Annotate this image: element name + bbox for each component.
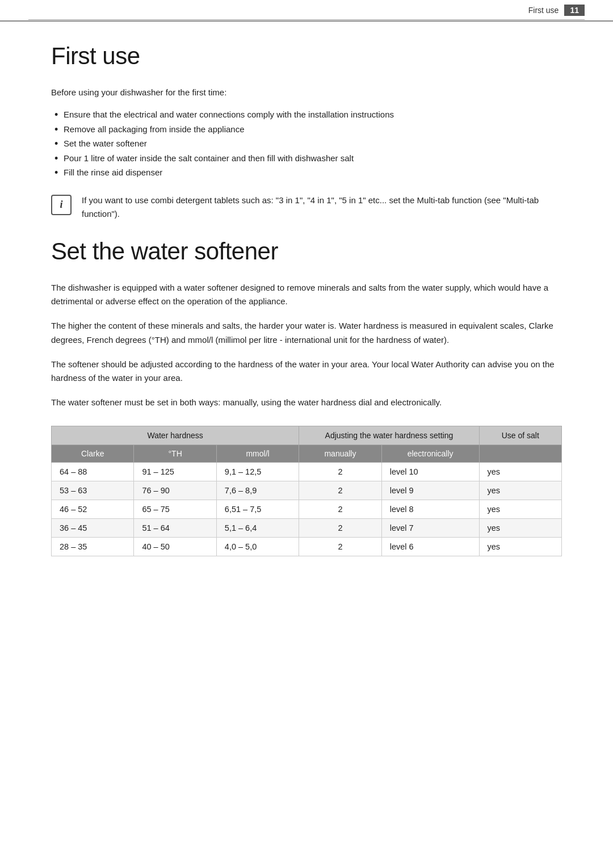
cell-mmol: 9,1 – 12,5	[216, 462, 299, 481]
first-use-title: First use	[51, 43, 562, 70]
use-of-salt-group-header: Use of salt	[479, 426, 561, 445]
cell-clarke: 46 – 52	[52, 500, 134, 518]
cell-manually: 2	[299, 500, 381, 518]
list-item: Pour 1 litre of water inside the salt co…	[51, 151, 562, 166]
cell-th: 76 – 90	[134, 481, 216, 500]
cell-electronically: level 8	[381, 500, 479, 518]
table-row: 28 – 35 40 – 50 4,0 – 5,0 2 level 6 yes	[52, 537, 562, 556]
list-item: Set the water softener	[51, 136, 562, 151]
col-header-manually: manually	[299, 445, 381, 462]
cell-electronically: level 6	[381, 537, 479, 556]
info-box: i If you want to use combi detergent tab…	[51, 194, 562, 221]
cell-clarke: 64 – 88	[52, 462, 134, 481]
table-sub-header-row: Clarke °TH mmol/l manually electronicall…	[52, 445, 562, 462]
header-section-label: First use	[528, 6, 559, 15]
table-row: 36 – 45 51 – 64 5,1 – 6,4 2 level 7 yes	[52, 518, 562, 537]
cell-th: 91 – 125	[134, 462, 216, 481]
info-box-text: If you want to use combi detergent table…	[82, 194, 562, 221]
page: First use 11 First use Before using your…	[0, 0, 613, 868]
cell-salt: yes	[479, 481, 561, 500]
table-group-header-row: Water hardness Adjusting the water hardn…	[52, 426, 562, 445]
cell-manually: 2	[299, 462, 381, 481]
table-row: 64 – 88 91 – 125 9,1 – 12,5 2 level 10 y…	[52, 462, 562, 481]
table-row: 53 – 63 76 – 90 7,6 – 8,9 2 level 9 yes	[52, 481, 562, 500]
first-use-section: First use Before using your dishwasher f…	[51, 43, 562, 221]
bullet-list: Ensure that the electrical and water con…	[51, 107, 562, 180]
list-item: Remove all packaging from inside the app…	[51, 122, 562, 137]
cell-clarke: 53 – 63	[52, 481, 134, 500]
water-softener-title: Set the water softener	[51, 238, 562, 265]
page-number: 11	[564, 5, 585, 16]
header-text: First use 11	[528, 5, 585, 16]
col-header-th: °TH	[134, 445, 216, 462]
col-header-salt	[479, 445, 561, 462]
water-softener-section: Set the water softener The dishwasher is…	[51, 238, 562, 556]
paragraph-2: The higher the content of these minerals…	[51, 319, 562, 347]
table-row: 46 – 52 65 – 75 6,51 – 7,5 2 level 8 yes	[52, 500, 562, 518]
water-hardness-table-wrapper: Water hardness Adjusting the water hardn…	[51, 426, 562, 556]
paragraph-1: The dishwasher is equipped with a water …	[51, 281, 562, 309]
cell-mmol: 5,1 – 6,4	[216, 518, 299, 537]
cell-mmol: 6,51 – 7,5	[216, 500, 299, 518]
cell-salt: yes	[479, 500, 561, 518]
page-header: First use 11	[0, 0, 613, 19]
top-divider	[0, 20, 613, 22]
cell-manually: 2	[299, 537, 381, 556]
cell-manually: 2	[299, 518, 381, 537]
cell-th: 40 – 50	[134, 537, 216, 556]
cell-salt: yes	[479, 518, 561, 537]
paragraph-4: The water softener must be set in both w…	[51, 396, 562, 410]
cell-electronically: level 9	[381, 481, 479, 500]
cell-electronically: level 10	[381, 462, 479, 481]
cell-th: 65 – 75	[134, 500, 216, 518]
paragraph-3: The softener should be adjusted accordin…	[51, 358, 562, 386]
cell-th: 51 – 64	[134, 518, 216, 537]
water-hardness-table: Water hardness Adjusting the water hardn…	[51, 426, 562, 556]
cell-mmol: 4,0 – 5,0	[216, 537, 299, 556]
col-header-mmol: mmol/l	[216, 445, 299, 462]
table-body: 64 – 88 91 – 125 9,1 – 12,5 2 level 10 y…	[52, 462, 562, 556]
intro-text: Before using your dishwasher for the fir…	[51, 86, 562, 99]
cell-clarke: 28 – 35	[52, 537, 134, 556]
col-header-clarke: Clarke	[52, 445, 134, 462]
cell-electronically: level 7	[381, 518, 479, 537]
cell-salt: yes	[479, 537, 561, 556]
col-header-electronically: electronically	[381, 445, 479, 462]
info-icon: i	[51, 195, 72, 215]
list-item: Ensure that the electrical and water con…	[51, 107, 562, 122]
main-content: First use Before using your dishwasher f…	[0, 20, 613, 590]
list-item: Fill the rinse aid dispenser	[51, 165, 562, 180]
cell-salt: yes	[479, 462, 561, 481]
adjusting-group-header: Adjusting the water hardness setting	[299, 426, 479, 445]
water-hardness-group-header: Water hardness	[52, 426, 299, 445]
cell-clarke: 36 – 45	[52, 518, 134, 537]
cell-manually: 2	[299, 481, 381, 500]
cell-mmol: 7,6 – 8,9	[216, 481, 299, 500]
